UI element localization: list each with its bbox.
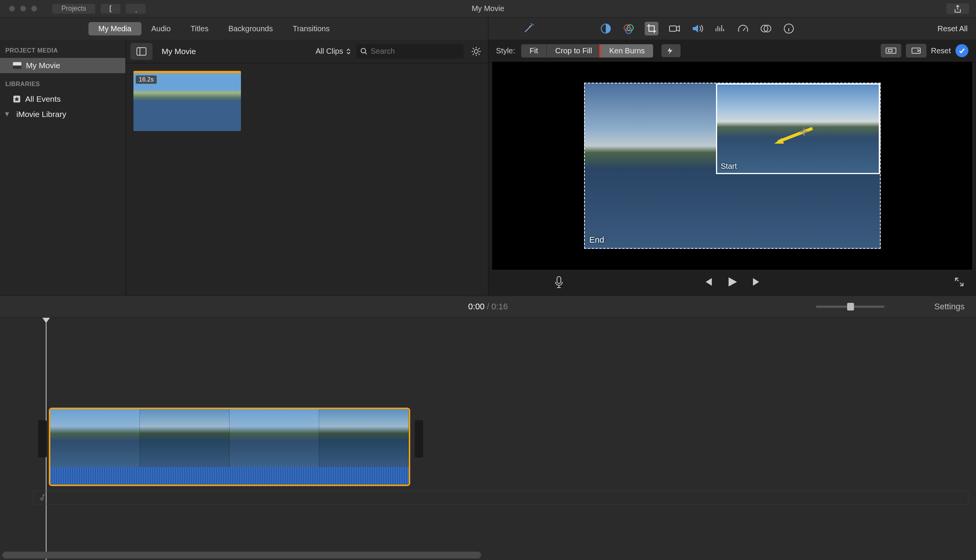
crop-icon [646,23,657,34]
libraries-header: LIBRARIES [0,73,125,92]
speaker-icon [692,23,703,34]
rotate-button[interactable] [906,44,926,58]
tab-titles[interactable]: Titles [181,22,219,35]
preview-canvas[interactable]: End ✛ Start [492,62,972,270]
inspector-toolbar: Reset All [488,18,976,40]
clip-thumbnail[interactable]: 16.2s [134,71,241,131]
timeline-zoom-slider[interactable] [816,305,884,308]
volume-button[interactable] [690,22,704,35]
info-button[interactable] [782,22,796,35]
window-traffic-lights[interactable] [9,6,37,12]
sidebar-toggle-icon [137,47,146,56]
crop-style-row: Style: Fit Crop to Fill Ken Burns Reset [488,40,976,62]
browser-breadcrumb[interactable]: My Movie [162,47,196,56]
browser-layout-toggle[interactable] [130,43,152,60]
color-balance-button[interactable] [599,22,613,35]
previous-button[interactable] [703,277,713,289]
filters-button[interactable] [759,22,773,35]
resize-handle-tr[interactable] [873,83,880,90]
play-icon [726,276,739,288]
share-button[interactable] [946,3,969,14]
sidebar-item-all-events[interactable]: All Events [0,92,125,107]
clapperboard-icon [13,62,21,69]
clip-trim-handle-left[interactable] [38,420,47,458]
svg-rect-16 [557,277,561,283]
equalizer-icon [714,23,726,33]
resize-handle-tl[interactable] [716,83,723,90]
style-label: Style: [496,47,515,55]
tab-my-media[interactable]: My Media [89,22,142,35]
style-fit-button[interactable]: Fit [521,44,547,58]
zoom-icon[interactable] [31,6,37,12]
timeline[interactable] [0,318,976,560]
timeline-clip[interactable] [49,408,410,486]
tab-backgrounds[interactable]: Backgrounds [219,22,283,35]
start-frame-label: Start [721,162,737,171]
clips-filter-dropdown[interactable]: All Clips [316,47,351,56]
download-arrow-icon [135,5,137,13]
clip-video-frames [50,409,409,467]
browser-settings-button[interactable] [469,44,483,59]
next-button[interactable] [752,277,762,289]
tab-transitions[interactable]: Transitions [283,22,340,35]
time-display: 0:00/0:16 [468,302,508,312]
media-tabs: My Media Audio Titles Backgrounds Transi… [0,18,488,40]
ken-burns-end-frame[interactable]: End ✛ Start [584,83,881,249]
reset-crop-button[interactable]: Reset [931,47,951,55]
ken-burns-start-frame[interactable]: ✛ Start [716,83,880,174]
svg-rect-14 [888,50,892,52]
share-icon [954,5,961,13]
clip-frame-thumb [319,409,409,467]
zoom-slider-thumb[interactable] [847,303,854,310]
media-browser: My Movie All Clips 16.2s [126,40,488,296]
svg-rect-5 [670,26,676,31]
search-field[interactable] [371,47,459,56]
up-down-chevron-icon [346,48,351,55]
svg-rect-0 [110,6,111,12]
projects-button[interactable]: Projects [52,4,95,14]
star-icon [13,95,20,103]
enhance-button[interactable] [523,21,536,36]
filmstrip-music-icon [110,5,111,13]
download-button[interactable] [126,4,145,14]
auto-crop-button[interactable] [662,44,680,57]
voiceover-button[interactable] [554,276,564,290]
window-title: My Movie [471,4,505,13]
minimize-icon[interactable] [20,6,26,12]
viewer-panel: Style: Fit Crop to Fill Ken Burns Reset … [488,40,976,296]
fullscreen-button[interactable] [954,277,964,289]
expand-icon [954,277,964,287]
clip-trim-handle-right[interactable] [415,420,423,458]
style-ken-burns-button[interactable]: Ken Burns [601,44,653,58]
music-note-icon [38,493,45,502]
media-import-button[interactable] [101,4,120,14]
tab-audio[interactable]: Audio [142,22,181,35]
search-icon [361,48,367,55]
play-button[interactable] [726,276,739,290]
clip-thumbnails: 16.2s [126,63,488,139]
swap-start-end-button[interactable] [881,44,901,58]
svg-point-12 [474,50,478,53]
background-music-track[interactable] [33,491,968,504]
style-crop-to-fill-button[interactable]: Crop to Fill [547,44,601,58]
timeline-settings-button[interactable]: Settings [934,302,965,312]
apply-crop-button[interactable] [956,44,968,57]
gear-icon [471,46,481,57]
close-icon[interactable] [9,6,15,12]
crop-button[interactable] [645,22,658,35]
sidebar-item-imovie-library[interactable]: iMovie Library [0,107,125,122]
noise-eq-button[interactable] [713,22,727,35]
speed-button[interactable] [736,22,750,35]
clip-audio-waveform[interactable] [50,467,409,485]
timeline-horizontal-scrollbar[interactable] [2,552,481,558]
sidebar-item-my-movie[interactable]: My Movie [0,58,125,73]
project-media-header: PROJECT MEDIA [0,40,125,58]
clip-frame-thumb [140,409,229,467]
transport-controls [488,270,976,296]
reset-all-button[interactable]: Reset All [938,24,968,33]
resize-handle-br[interactable] [873,167,880,174]
search-input[interactable] [356,44,464,59]
color-correction-button[interactable] [622,22,635,35]
stabilization-button[interactable] [668,22,681,35]
skip-forward-icon [752,277,762,287]
